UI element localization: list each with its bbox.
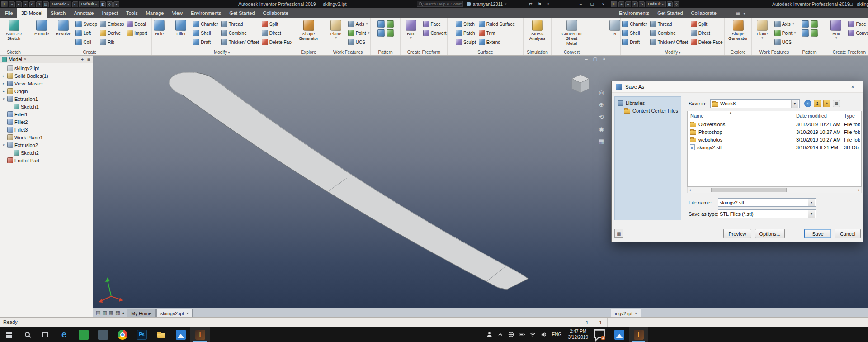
- taskbar-app-photoshop[interactable]: Ps: [132, 327, 151, 342]
- revolve-button[interactable]: Revolve: [52, 19, 74, 36]
- sync-status-icon[interactable]: ⇄: [529, 2, 533, 6]
- start-2d-sketch-button[interactable]: Start 2D Sketch: [3, 19, 25, 41]
- chevron-down-icon[interactable]: ▼: [808, 199, 815, 206]
- appearance-dropdown[interactable]: Default▾: [79, 1, 99, 7]
- axis-button[interactable]: Axis▾: [773, 19, 797, 28]
- battery-icon[interactable]: [517, 327, 528, 342]
- tree-item-fillet2[interactable]: Fillet2: [0, 118, 93, 126]
- axis-button[interactable]: Axis▾: [347, 19, 371, 28]
- taskbar-app-photos[interactable]: [171, 327, 190, 342]
- scrollbar-thumb[interactable]: [711, 188, 787, 192]
- tree-item-work-plane1[interactable]: Work Plane1: [0, 133, 93, 141]
- sketch-driven-pattern-button[interactable]: [810, 28, 819, 38]
- menu-tab-manage[interactable]: Manage: [142, 8, 168, 18]
- shape-generator-button[interactable]: Shape Generator: [298, 19, 320, 41]
- menu-tab-annotate[interactable]: Annotate: [70, 8, 98, 18]
- taskbar-app-file-explorer[interactable]: [151, 327, 171, 342]
- save-button[interactable]: Save: [804, 229, 831, 238]
- pan-icon[interactable]: ⊕: [599, 101, 604, 108]
- rectangular-pattern-button[interactable]: [801, 19, 810, 28]
- tree-item-fillet1[interactable]: Fillet1: [0, 110, 93, 118]
- browser-tab-label[interactable]: Model: [9, 57, 22, 62]
- new-file-icon[interactable]: +: [618, 1, 624, 7]
- new-folder-icon[interactable]: +: [823, 100, 830, 107]
- chevron-down-icon[interactable]: ▼: [808, 210, 815, 218]
- expander-icon[interactable]: ▸: [1, 74, 6, 78]
- view-cube[interactable]: [569, 72, 592, 95]
- derive-button[interactable]: Derive: [99, 28, 125, 38]
- network-icon[interactable]: [506, 327, 517, 342]
- file-row-skiingv2-stl[interactable]: skiingv2.stl3/10/2019 8:21 PM3D Obj...: [688, 143, 861, 151]
- cascade-icon[interactable]: ▧: [115, 310, 120, 316]
- circular-pattern-button[interactable]: [810, 19, 819, 28]
- taskbar-search-button[interactable]: [18, 327, 36, 342]
- column-header-type[interactable]: Type: [841, 111, 860, 120]
- tree-item-extrusion2[interactable]: ▾Extrusion2: [0, 141, 93, 149]
- chamfer-button[interactable]: Chamfer: [621, 19, 648, 28]
- plane-button[interactable]: Plane▾: [752, 19, 773, 40]
- chevron-down-icon[interactable]: ▼: [791, 100, 798, 108]
- ski-model-3d[interactable]: [93, 56, 609, 308]
- language-indicator[interactable]: ENG: [549, 332, 565, 337]
- taskbar-app-photos[interactable]: [609, 327, 629, 342]
- loft-button[interactable]: Loft: [74, 28, 99, 38]
- search-box[interactable]: Search Help & Commands...: [417, 1, 463, 7]
- rib-button[interactable]: Rib: [99, 38, 125, 47]
- back-icon[interactable]: ‹: [804, 100, 811, 107]
- people-icon[interactable]: [484, 327, 495, 342]
- close-button[interactable]: ×: [857, 0, 868, 8]
- dialog-corner-button[interactable]: ▦: [614, 229, 623, 238]
- options-button[interactable]: Options...: [755, 229, 785, 238]
- menu-tab-file[interactable]: File: [1, 8, 17, 18]
- open-icon[interactable]: ▸: [16, 1, 22, 7]
- extend-button[interactable]: Extend: [477, 38, 516, 47]
- taskbar-app-green-app[interactable]: [74, 327, 93, 342]
- patch-button[interactable]: Patch: [454, 28, 477, 38]
- measure-icon[interactable]: ◇: [674, 1, 679, 7]
- coil-button[interactable]: Coil: [74, 38, 99, 47]
- browser-menu-icon[interactable]: ≡: [86, 57, 91, 62]
- stress-analysis-button[interactable]: Stress Analysis: [527, 19, 548, 41]
- model-viewport[interactable]: – ▢ × ◎⊕⟲◉▦: [93, 56, 609, 308]
- navigation-wheel-icon[interactable]: ◎: [599, 89, 604, 96]
- decal-button[interactable]: Decal: [125, 19, 148, 28]
- add-browser-icon[interactable]: +: [80, 57, 85, 62]
- tree-item-skiingv2-ipt[interactable]: skiingv2.ipt: [0, 64, 93, 72]
- grid-view-icon[interactable]: ▦: [109, 310, 113, 316]
- scroll-left-icon[interactable]: ◂: [689, 188, 691, 192]
- taskbar-clock[interactable]: 2:47 PM3/12/2019: [565, 329, 592, 340]
- split-button[interactable]: Split: [260, 19, 292, 28]
- ucs-button[interactable]: UCS: [773, 38, 797, 47]
- menu-tab-inspect[interactable]: Inspect: [98, 8, 122, 18]
- orbit-icon[interactable]: ◉: [599, 126, 604, 133]
- qat-more-icon[interactable]: ▾: [113, 1, 119, 7]
- combine-button[interactable]: Combine: [649, 28, 689, 38]
- up-one-level-icon[interactable]: ↥: [814, 100, 821, 107]
- menu-tab-sketch[interactable]: Sketch: [47, 8, 70, 18]
- new-file-icon[interactable]: +: [9, 1, 15, 7]
- point-button[interactable]: Point▾: [773, 28, 797, 38]
- tree-item-fillet3[interactable]: Fillet3: [0, 126, 93, 133]
- scroll-right-icon[interactable]: ▸: [858, 188, 860, 192]
- mirror-button[interactable]: [801, 28, 810, 38]
- face-button[interactable]: Face: [847, 19, 868, 28]
- file-name-input[interactable]: skiingv2.stl ▼: [718, 198, 816, 207]
- combine-button[interactable]: Combine: [220, 28, 260, 38]
- menu-tab-tools[interactable]: Tools: [122, 8, 142, 18]
- material-dropdown[interactable]: Generic▾: [50, 1, 71, 7]
- undo-icon[interactable]: ↶: [632, 1, 638, 7]
- tree-item-solid-bodies-1[interactable]: ▸Solid Bodies(1): [0, 72, 93, 80]
- inventor-logo-icon[interactable]: I: [611, 1, 617, 7]
- panes-icon[interactable]: ▦: [736, 11, 740, 16]
- split-horizontal-icon[interactable]: ▤: [96, 310, 100, 316]
- convert-to-sheet-metal-button[interactable]: Convert to Sheet Metal: [561, 19, 583, 46]
- convert-button[interactable]: Convert: [422, 28, 448, 38]
- wifi-icon[interactable]: [528, 327, 538, 342]
- places-item-content-center-files[interactable]: Content Center Files: [615, 107, 681, 114]
- box-button[interactable]: Box▾: [825, 19, 847, 40]
- delete-face-button[interactable]: Delete Face: [689, 38, 724, 47]
- menu-tab-3d-model[interactable]: 3D Model: [17, 8, 47, 18]
- notification-flag-icon[interactable]: ⚑: [538, 2, 542, 6]
- redo-icon[interactable]: ↷: [36, 1, 42, 7]
- tree-item-origin[interactable]: ▸Origin: [0, 87, 93, 95]
